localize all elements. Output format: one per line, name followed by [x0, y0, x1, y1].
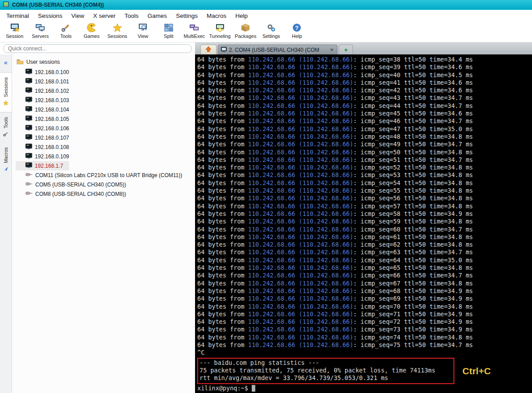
menu-macros[interactable]: Macros — [202, 11, 231, 21]
tree-item-com5[interactable]: COM5 (USB-SERIAL CH340 (COM5)) — [16, 180, 195, 189]
tools-icon — [61, 23, 71, 33]
menu-help[interactable]: Help — [231, 11, 252, 21]
tree-item-192.168.0.102[interactable]: 192.168.0.102 — [16, 86, 195, 95]
ping-line: 64 bytes from 110.242.68.66 (110.242.68.… — [197, 156, 532, 164]
tree-item-192.168.0.108[interactable]: 192.168.0.108 — [16, 142, 195, 152]
tools-button[interactable]: Tools — [53, 23, 79, 39]
sessions-star-icon — [3, 99, 8, 108]
tree-root[interactable]: User sessions — [16, 58, 195, 67]
home-tab-icon — [205, 46, 212, 54]
side-tab-macros[interactable]: Macros — [0, 143, 12, 178]
ping-line: 64 bytes from 110.242.68.66 (110.242.68.… — [197, 94, 532, 102]
games-button[interactable]: Games — [79, 23, 105, 39]
tree-item-com11[interactable]: COM11 (Silicon Labs CP210x USB to UART B… — [16, 170, 195, 180]
host-terminal-icon — [25, 78, 32, 85]
tree-item-192.168.0.100[interactable]: 192.168.0.100 — [16, 67, 195, 77]
tree-item-192.168.0.101[interactable]: 192.168.0.101 — [16, 77, 195, 86]
stats-summary: 75 packets transmitted, 75 received, 0% … — [200, 367, 450, 374]
multiexec-button[interactable]: MultiExec — [182, 23, 208, 39]
menu-sessions[interactable]: Sessions — [33, 11, 67, 21]
view-icon — [137, 23, 148, 33]
side-tab-tools[interactable]: Tools — [0, 112, 12, 143]
tree-item-label: 192.168.0.108 — [35, 144, 69, 150]
host-terminal-icon — [25, 69, 32, 76]
menu-games[interactable]: Games — [143, 11, 172, 21]
tree-item-192.168.0.105[interactable]: 192.168.0.105 — [16, 114, 195, 124]
ping-line: 64 bytes from 110.242.68.66 (110.242.68.… — [197, 87, 532, 94]
sessions-button[interactable]: Sessions — [104, 23, 130, 39]
tab-com4[interactable]: 2. COM4 (USB-SERIAL CH340 (COM × — [218, 45, 337, 54]
ping-line: 64 bytes from 110.242.68.66 (110.242.68.… — [197, 63, 532, 71]
tree-item-label: 192.168.0.100 — [35, 69, 69, 75]
menu-view[interactable]: View — [67, 11, 89, 21]
tunneling-icon — [215, 23, 225, 33]
servers-icon — [35, 23, 46, 33]
ping-line: 64 bytes from 110.242.68.66 (110.242.68.… — [197, 203, 532, 210]
tree-item-192.168.0.104[interactable]: 192.168.0.104 — [16, 105, 195, 114]
host-terminal-icon — [25, 106, 32, 113]
window-title: COM4 (USB-SERIAL CH340 (COM4)) — [12, 2, 104, 8]
help-button[interactable]: ? Help — [284, 23, 310, 39]
menu-terminal[interactable]: Terminal — [2, 11, 33, 21]
ping-line: 64 bytes from 110.242.68.66 (110.242.68.… — [197, 310, 532, 318]
side-tab-strip: « Sessions Tools Macros — [0, 54, 12, 393]
tab-close-icon[interactable]: × — [329, 46, 334, 53]
host-terminal-icon — [25, 144, 32, 151]
ping-line: 64 bytes from 110.242.68.66 (110.242.68.… — [197, 117, 532, 125]
ping-line: 64 bytes from 110.242.68.66 (110.242.68.… — [197, 164, 532, 171]
menu-tools[interactable]: Tools — [120, 11, 143, 21]
settings-button[interactable]: Settings — [258, 23, 284, 39]
session-tree: User sessions 192.168.0.100192.168.0.101… — [12, 54, 195, 393]
servers-button[interactable]: Servers — [28, 23, 54, 39]
connect-row: 2. COM4 (USB-SERIAL CH340 (COM × + — [0, 42, 532, 54]
host-terminal-icon — [25, 162, 32, 170]
ping-line: 64 bytes from 110.242.68.66 (110.242.68.… — [197, 149, 532, 156]
tree-item-label: COM8 (USB-SERIAL CH340 (COM8)) — [35, 191, 126, 197]
collapse-sidebar-icon[interactable]: « — [4, 59, 8, 66]
view-button[interactable]: View — [130, 23, 156, 39]
interrupt-line: ^C — [197, 349, 532, 356]
tab-bar: 2. COM4 (USB-SERIAL CH340 (COM × + — [195, 42, 532, 54]
terminal-tab-icon — [221, 46, 227, 54]
new-tab-button[interactable]: + — [339, 45, 353, 54]
split-button[interactable]: Split — [156, 23, 182, 39]
serial-port-icon — [25, 172, 33, 178]
menu-xserver[interactable]: X server — [89, 11, 120, 21]
tree-item-label: COM5 (USB-SERIAL CH340 (COM5)) — [35, 182, 126, 188]
quick-connect-input[interactable] — [3, 44, 192, 53]
ping-line: 64 bytes from 110.242.68.66 (110.242.68.… — [197, 295, 532, 302]
tree-item-com8[interactable]: COM8 (USB-SERIAL CH340 (COM8)) — [16, 189, 195, 199]
ping-line: 64 bytes from 110.242.68.66 (110.242.68.… — [197, 56, 532, 63]
serial-port-icon — [25, 181, 33, 188]
ping-line: 64 bytes from 110.242.68.66 (110.242.68.… — [197, 171, 532, 179]
host-terminal-icon — [25, 134, 32, 141]
tree-item-label: 192.168.0.107 — [35, 135, 69, 141]
session-icon — [9, 23, 20, 33]
quick-connect-container — [0, 42, 195, 54]
tunneling-button[interactable]: Tunneling — [207, 23, 233, 39]
tree-item-192.168.0.107[interactable]: 192.168.0.107 — [16, 133, 195, 142]
session-button[interactable]: Session — [2, 23, 28, 39]
tree-item-192.168.0.106[interactable]: 192.168.0.106 — [16, 124, 195, 133]
tree-item-192.168.0.109[interactable]: 192.168.0.109 — [16, 152, 195, 161]
ping-line: 64 bytes from 110.242.68.66 (110.242.68.… — [197, 303, 532, 310]
tree-item-label: 192.168.0.101 — [35, 79, 69, 85]
ping-line: 64 bytes from 110.242.68.66 (110.242.68.… — [197, 256, 532, 264]
packages-button[interactable]: Packages — [233, 23, 259, 39]
ping-line: 64 bytes from 110.242.68.66 (110.242.68.… — [197, 71, 532, 79]
title-bar: COM4 (USB-SERIAL CH340 (COM4)) — [0, 0, 532, 10]
ping-line: 64 bytes from 110.242.68.66 (110.242.68.… — [197, 226, 532, 233]
ping-line: 64 bytes from 110.242.68.66 (110.242.68.… — [197, 179, 532, 187]
tree-item-192.168.1.7[interactable]: 192.168.1.7 — [16, 161, 69, 170]
ping-line: 64 bytes from 110.242.68.66 (110.242.68.… — [197, 233, 532, 241]
tree-item-192.168.0.103[interactable]: 192.168.0.103 — [16, 95, 195, 105]
menu-settings[interactable]: Settings — [171, 11, 202, 21]
stats-rtt: rtt min/avg/max/mdev = 33.796/34.739/35.… — [200, 374, 450, 382]
side-tab-sessions[interactable]: Sessions — [0, 72, 12, 112]
split-icon — [163, 23, 174, 33]
folder-icon — [17, 58, 24, 66]
terminal[interactable]: 64 bytes from 110.242.68.66 (110.242.68.… — [195, 54, 532, 393]
tree-item-label: 192.168.0.104 — [35, 107, 69, 113]
home-tab[interactable] — [200, 45, 216, 54]
ping-line: 64 bytes from 110.242.68.66 (110.242.68.… — [197, 280, 532, 287]
